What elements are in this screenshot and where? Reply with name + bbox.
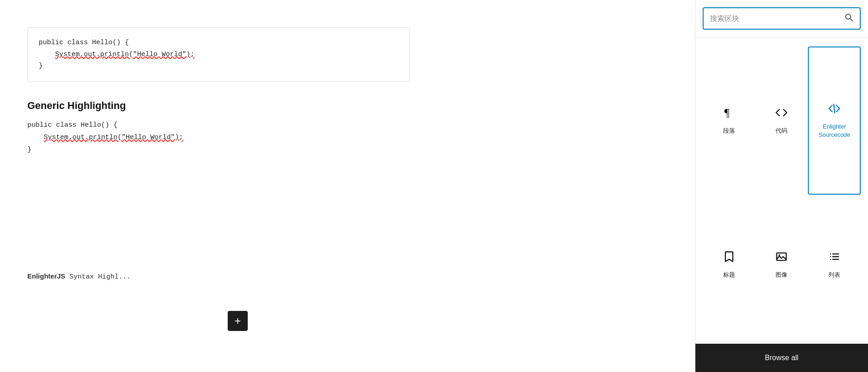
browse-all-button[interactable]: Browse all xyxy=(695,344,868,372)
block-item-paragraph[interactable]: ¶ 段落 xyxy=(703,46,756,195)
block-label-enlighter: Enlighter Sourcecode xyxy=(818,123,850,139)
code-icon xyxy=(775,106,788,122)
search-bar xyxy=(695,0,868,37)
code-block-content: public class Hello() { System.out.printl… xyxy=(39,37,398,72)
search-input-wrapper[interactable] xyxy=(703,7,861,30)
paragraph-icon: ¶ xyxy=(723,106,735,122)
editor-area: public class Hello() { System.out.printl… xyxy=(0,0,437,372)
search-input[interactable] xyxy=(710,15,844,23)
footer-bold: EnlighterJS xyxy=(27,272,65,280)
code-block-editor[interactable]: public class Hello() { System.out.printl… xyxy=(27,27,410,82)
generic-code-content: public class Hello() { System.out.printl… xyxy=(27,119,410,156)
block-label-code: 代码 xyxy=(776,127,787,135)
svg-text:¶: ¶ xyxy=(724,106,730,119)
svg-line-3 xyxy=(834,104,835,113)
add-block-button[interactable]: + xyxy=(228,311,248,331)
block-item-enlighter[interactable]: Enlighter Sourcecode xyxy=(808,46,861,195)
block-label-paragraph: 段落 xyxy=(723,127,735,135)
block-label-image: 图像 xyxy=(776,271,787,279)
svg-line-1 xyxy=(850,19,853,21)
block-item-code[interactable]: 代码 xyxy=(756,46,808,195)
generic-highlighting-heading: Generic Highlighting xyxy=(27,100,410,112)
enlighter-icon xyxy=(828,102,841,118)
heading-icon xyxy=(723,250,735,266)
block-item-heading[interactable]: 标题 xyxy=(703,195,756,335)
footer-normal: Syntax Highl... xyxy=(65,273,131,281)
block-item-list[interactable]: 列表 xyxy=(808,195,861,335)
block-label-heading: 标题 xyxy=(723,271,735,279)
generic-highlighting-section: Generic Highlighting public class Hello(… xyxy=(27,100,410,156)
search-icon xyxy=(844,13,853,24)
svg-point-5 xyxy=(779,254,781,256)
block-item-image[interactable]: 图像 xyxy=(756,195,808,335)
block-grid: ¶ 段落 代码 Enlight xyxy=(695,37,868,344)
image-icon xyxy=(775,250,788,266)
list-icon xyxy=(828,250,841,266)
plus-icon: + xyxy=(235,315,241,326)
block-label-list: 列表 xyxy=(828,271,840,279)
svg-rect-4 xyxy=(777,253,786,260)
footer-label: EnlighterJS Syntax Highl... xyxy=(27,272,131,281)
block-inserter-panel: ¶ 段落 代码 Enlight xyxy=(695,0,868,372)
